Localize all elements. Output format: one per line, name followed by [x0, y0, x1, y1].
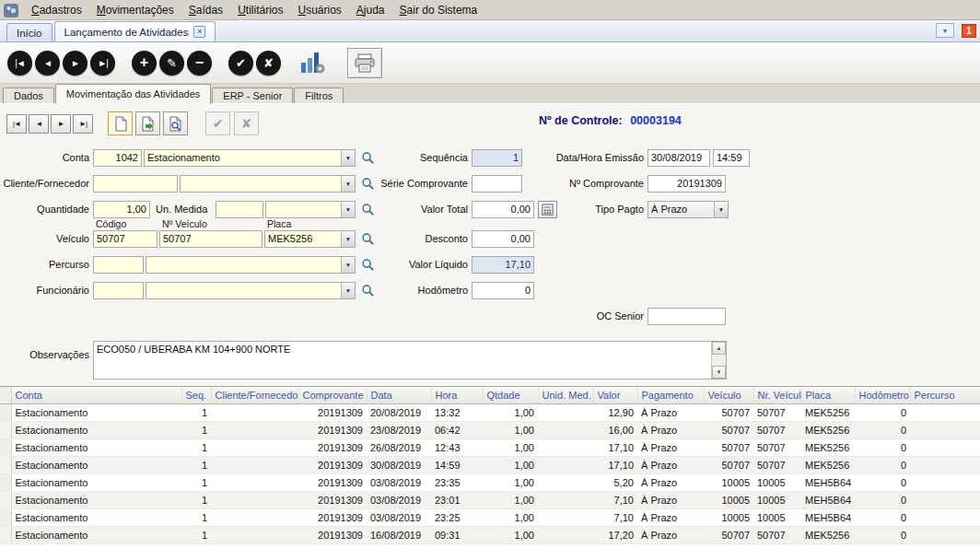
percurso-name-field[interactable]: ▼: [146, 256, 356, 274]
grid-cell[interactable]: 23/08/2019: [367, 421, 431, 438]
grid-cell[interactable]: [211, 421, 298, 438]
grid-cell[interactable]: 03/08/2019: [367, 508, 431, 526]
grid-cell[interactable]: 10005: [704, 508, 753, 526]
grid-cell[interactable]: 20191309: [298, 508, 367, 526]
grid-cell[interactable]: 0: [855, 403, 910, 421]
grid-cell[interactable]: MEK5256: [801, 438, 855, 456]
grid-cell[interactable]: 1: [181, 421, 211, 438]
quantidade-field[interactable]: 1,00: [93, 201, 150, 218]
grid-cell[interactable]: [211, 456, 298, 473]
grid-cell[interactable]: [538, 403, 593, 421]
grid-cell[interactable]: 03/08/2019: [367, 491, 431, 508]
grid-column-header-15[interactable]: Percurso: [910, 387, 980, 403]
delete-button[interactable]: −: [187, 51, 212, 76]
grid-cell[interactable]: 10005: [704, 491, 753, 508]
observacoes-textarea[interactable]: ECO050 / UBERABA KM 104+900 NORTE ▲ ▼: [93, 341, 727, 380]
grid-cell[interactable]: [910, 508, 980, 526]
grid-cell[interactable]: 1,00: [483, 438, 538, 456]
grid-cell[interactable]: 50707: [704, 456, 753, 473]
grid-cell[interactable]: 0: [855, 508, 910, 526]
confirm-button[interactable]: ✔: [228, 51, 253, 76]
grid-cell[interactable]: [211, 438, 298, 456]
veiculo-numero-field[interactable]: 50707: [159, 230, 262, 248]
data-emissao-field[interactable]: 30/08/2019: [648, 149, 710, 167]
grid-column-header-5[interactable]: Data: [367, 387, 431, 403]
menu-item-2[interactable]: Movimentações: [89, 2, 181, 18]
funcionario-name-field[interactable]: ▼: [146, 282, 356, 299]
grid-cell[interactable]: 1,00: [483, 456, 538, 473]
grid-first-button[interactable]: |◄: [6, 114, 27, 134]
cancel-record-button[interactable]: ✘: [234, 111, 259, 135]
grid-cell[interactable]: 1,00: [483, 526, 538, 543]
first-record-button[interactable]: |◄: [7, 51, 32, 76]
conta-code-field[interactable]: 1042: [93, 149, 142, 167]
hodometro-field[interactable]: 0: [472, 282, 534, 299]
grid-column-header-13[interactable]: Placa: [801, 387, 855, 403]
un-medida-search-icon[interactable]: [360, 201, 376, 217]
grid-cell[interactable]: MEH5B64: [801, 508, 855, 526]
grid-column-header-9[interactable]: Valor: [593, 387, 637, 403]
grid-cell[interactable]: 12,90: [593, 403, 637, 421]
grid-cell[interactable]: À Prazo: [637, 403, 704, 421]
un-medida-name-field[interactable]: ▼: [265, 201, 356, 218]
grid-cell[interactable]: [538, 438, 593, 456]
grid-prev-button[interactable]: ◄: [29, 114, 49, 134]
grid-cell[interactable]: À Prazo: [637, 456, 704, 473]
grid-column-header-1[interactable]: Conta: [11, 387, 181, 403]
import-document-button[interactable]: [135, 111, 160, 135]
grid-cell[interactable]: Estacionamento: [11, 526, 181, 543]
grid-cell[interactable]: MEK5256: [801, 456, 855, 473]
grid-cell[interactable]: 1: [181, 526, 211, 543]
grid-cell[interactable]: 1,00: [483, 508, 538, 526]
grid-cell[interactable]: 23:01: [431, 491, 483, 508]
notification-badge[interactable]: 1: [962, 24, 976, 38]
grid-cell[interactable]: À Prazo: [637, 421, 704, 438]
grid-cell[interactable]: 1: [181, 403, 211, 421]
grid-cell[interactable]: [211, 403, 298, 421]
percurso-code-field[interactable]: [93, 256, 144, 274]
grid-cell[interactable]: 1: [181, 491, 211, 508]
cancel-button[interactable]: ✘: [256, 51, 281, 76]
grid-cell[interactable]: 50707: [753, 456, 801, 473]
grid-cell[interactable]: 0: [855, 438, 910, 456]
cliente-name-field[interactable]: ▼: [180, 175, 356, 193]
search-document-button[interactable]: [163, 111, 188, 135]
next-record-button[interactable]: ►: [63, 51, 88, 76]
chevron-down-icon[interactable]: ▼: [341, 283, 355, 298]
add-button[interactable]: +: [132, 51, 157, 76]
grid-cell[interactable]: 20191309: [298, 491, 367, 508]
grid-column-header-10[interactable]: Pagamento: [637, 387, 704, 403]
menu-item-4[interactable]: Utilitários: [230, 2, 290, 18]
grid-cell[interactable]: 50707: [704, 421, 753, 438]
grid-cell[interactable]: Estacionamento: [11, 473, 181, 491]
grid-column-header-6[interactable]: Hora: [431, 387, 483, 403]
veiculo-placa-field[interactable]: MEK5256 ▼: [264, 230, 356, 248]
grid-cell[interactable]: 10005: [753, 508, 801, 526]
n-comprovante-field[interactable]: 20191309: [648, 175, 726, 193]
tipo-pagto-select[interactable]: À Prazo ▼: [648, 201, 729, 218]
grid-cell[interactable]: MEK5256: [801, 403, 855, 421]
grid-cell[interactable]: 10005: [704, 473, 753, 491]
edit-button[interactable]: ✎: [159, 51, 184, 76]
grid-cell[interactable]: 1: [181, 456, 211, 473]
chevron-down-icon[interactable]: ▼: [341, 150, 355, 166]
menu-item-5[interactable]: Usuários: [290, 2, 348, 18]
chevron-down-icon[interactable]: ▼: [341, 202, 355, 217]
grid-cell[interactable]: [910, 473, 980, 491]
last-record-button[interactable]: ►|: [90, 51, 115, 76]
cliente-code-field[interactable]: [93, 175, 178, 193]
chart-settings-button[interactable]: [298, 49, 327, 76]
grid-cell[interactable]: [910, 438, 980, 456]
scroll-up-icon[interactable]: ▲: [712, 342, 726, 355]
grid-cell[interactable]: 1,00: [483, 421, 538, 438]
grid-cell[interactable]: Estacionamento: [11, 421, 181, 438]
grid-cell[interactable]: [538, 526, 593, 543]
grid-cell[interactable]: 1,00: [483, 491, 538, 508]
un-medida-code-field[interactable]: [216, 201, 263, 218]
grid-cell[interactable]: 12:43: [431, 438, 483, 456]
grid-cell[interactable]: 1: [181, 473, 211, 491]
grid-cell[interactable]: 0: [855, 526, 910, 543]
grid-cell[interactable]: 20191309: [298, 403, 367, 421]
grid-cell[interactable]: [910, 526, 980, 543]
grid-cell[interactable]: 09:31: [431, 526, 483, 543]
